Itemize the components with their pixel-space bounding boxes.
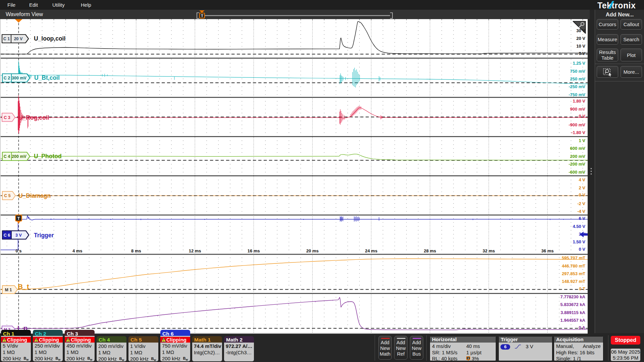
svg-text:0 A: 0 A: [579, 325, 585, 330]
svg-text:U_Diamagn: U_Diamagn: [18, 192, 51, 199]
svg-text:0 V: 0 V: [579, 192, 585, 197]
svg-text:36 ms: 36 ms: [541, 248, 554, 253]
svg-text:24 ms: 24 ms: [365, 248, 377, 253]
svg-text:148.927 mT: 148.927 mT: [562, 279, 585, 284]
svg-text:28 ms: 28 ms: [424, 248, 436, 253]
svg-text:5.833672 kA: 5.833672 kA: [560, 302, 586, 307]
svg-text:-200 mV: -200 mV: [569, 162, 585, 167]
svg-text:250 mV: 250 mV: [570, 76, 585, 81]
svg-text:-250 mV: -250 mV: [569, 84, 585, 89]
svg-text:20 V: 20 V: [576, 36, 585, 41]
svg-text:U_Bt,coil: U_Bt,coil: [34, 74, 60, 81]
svg-text:446.780 mT: 446.780 mT: [562, 263, 585, 268]
svg-text:0 V: 0 V: [579, 114, 585, 119]
svg-text:600 mV: 600 mV: [570, 146, 585, 151]
svg-text:1.80 V: 1.80 V: [573, 99, 585, 104]
svg-text:297.853 mT: 297.853 mT: [562, 271, 585, 276]
svg-text:200 mV: 200 mV: [570, 154, 585, 159]
svg-text:4 V: 4 V: [579, 177, 585, 182]
svg-text:T: T: [468, 357, 469, 360]
svg-text:300 mV: 300 mV: [12, 76, 26, 80]
svg-text:-600 mV: -600 mV: [569, 170, 585, 175]
svg-text:6 V: 6 V: [579, 216, 585, 221]
svg-text:-750 mV: -750 mV: [569, 92, 585, 97]
svg-text:10 V: 10 V: [576, 44, 585, 49]
svg-text:U_Rog,coil: U_Rog,coil: [18, 114, 49, 121]
svg-text:4 ms: 4 ms: [72, 248, 83, 253]
svg-text:-1.80 V: -1.80 V: [571, 130, 585, 135]
svg-text:T: T: [17, 216, 20, 221]
svg-text:16 ms: 16 ms: [248, 248, 260, 253]
svg-text:C 4: C 4: [4, 154, 10, 159]
svg-text:0 s: 0 s: [15, 248, 21, 253]
svg-text:200 mV: 200 mV: [12, 154, 26, 159]
svg-text:3 V: 3 V: [15, 233, 22, 238]
svg-text:0 T: 0 T: [579, 286, 585, 291]
svg-text:4.50 V: 4.50 V: [573, 224, 585, 229]
svg-text:0 V: 0 V: [579, 51, 585, 56]
svg-text:750 mV: 750 mV: [570, 69, 585, 74]
svg-text:M 1: M 1: [5, 288, 12, 292]
svg-text:-4 V: -4 V: [577, 209, 585, 214]
svg-text:B_t: B_t: [18, 283, 29, 290]
svg-text:8 ms: 8 ms: [131, 248, 141, 253]
svg-text:1 V: 1 V: [579, 138, 585, 143]
svg-text:T: T: [201, 14, 203, 18]
svg-text:32 ms: 32 ms: [483, 248, 495, 253]
svg-text:3 V: 3 V: [579, 232, 585, 237]
svg-text:2 V: 2 V: [579, 185, 585, 190]
svg-text:595.707 mT: 595.707 mT: [562, 255, 585, 260]
svg-text:U_Photod: U_Photod: [34, 153, 62, 160]
svg-text:C 6: C 6: [4, 233, 10, 238]
svg-text:C 5: C 5: [4, 193, 11, 198]
svg-text:U_loop,coil: U_loop,coil: [34, 35, 65, 42]
svg-text:-900 mV: -900 mV: [569, 122, 585, 127]
svg-text:20 ms: 20 ms: [306, 248, 319, 253]
svg-text:0 V: 0 V: [579, 247, 585, 252]
svg-text:30 V: 30 V: [576, 28, 585, 33]
svg-text:C 1: C 1: [3, 37, 10, 41]
svg-text:1.50 V: 1.50 V: [573, 239, 585, 244]
svg-text:Trigger: Trigger: [34, 232, 54, 239]
svg-text:7.778230 kA: 7.778230 kA: [560, 294, 586, 299]
svg-text:C 3: C 3: [4, 115, 10, 120]
svg-text:C 2: C 2: [4, 76, 10, 80]
svg-text:1.25 V: 1.25 V: [573, 61, 585, 66]
svg-text:3.889115 kA: 3.889115 kA: [560, 310, 585, 315]
svg-text:20 V: 20 V: [14, 37, 23, 41]
svg-text:1.944557 kA: 1.944557 kA: [560, 318, 586, 323]
svg-text:12 ms: 12 ms: [189, 248, 201, 253]
svg-text:-2 V: -2 V: [577, 201, 585, 206]
svg-text:900 mV: 900 mV: [570, 107, 585, 112]
